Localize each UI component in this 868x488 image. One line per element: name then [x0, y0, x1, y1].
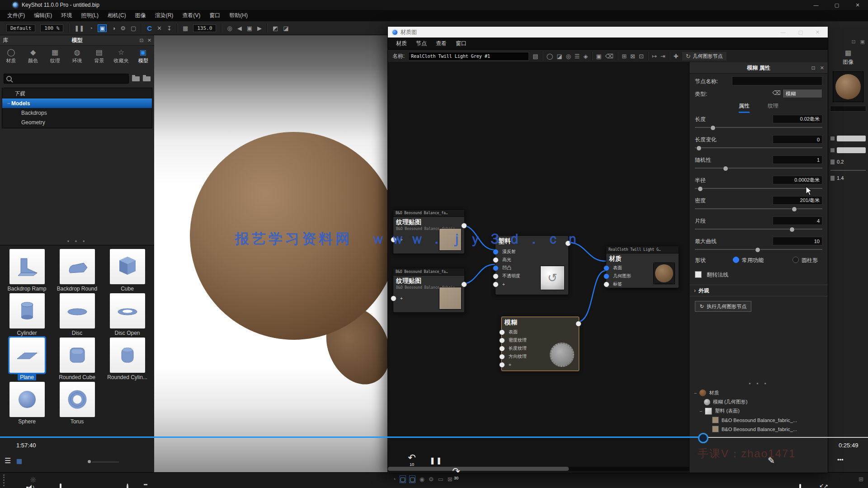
slider-track[interactable] [695, 249, 822, 250]
slider-handle[interactable] [710, 125, 716, 131]
tree-item-material[interactable]: − 材质 [694, 389, 825, 397]
playlist-menu-button[interactable]: ☰ [5, 456, 11, 465]
checkbox-icon[interactable] [695, 271, 702, 278]
region-icon[interactable]: ◔ [89, 25, 93, 32]
render-queue-icon[interactable]: ◩ [273, 25, 278, 32]
target-icon[interactable]: ◎ [566, 53, 571, 60]
texture-map-node-1[interactable]: B&O Beosound Balance_fa… 纹理贴图 B&O Beosou… [393, 209, 465, 254]
clock-icon[interactable]: ◔ [392, 476, 396, 483]
model-plane[interactable]: Plane [2, 338, 52, 380]
diffuse-port[interactable] [493, 249, 499, 255]
zoom-select[interactable]: 100 % [40, 24, 63, 32]
output-port[interactable] [565, 240, 571, 246]
dock-icon[interactable]: ▣ [860, 39, 865, 45]
flip-normals-row[interactable]: 翻转法线 [695, 271, 822, 281]
label-port[interactable] [604, 282, 609, 287]
slider-track[interactable] [695, 168, 822, 169]
tab-texture[interactable]: 纹理 [768, 102, 778, 113]
close-icon[interactable]: ✕ [816, 29, 820, 35]
shape-option-cylinder[interactable]: 圆柱形 [793, 257, 818, 264]
length-texture-port[interactable] [499, 346, 505, 352]
slider-handle[interactable] [723, 166, 728, 171]
annotate-button[interactable]: ✎ [768, 455, 775, 466]
folder-icon[interactable] [143, 76, 151, 81]
tab-properties[interactable]: 属性 [739, 102, 750, 113]
maximize-button[interactable]: ▢ [826, 2, 847, 8]
graph-menu-view[interactable]: 查看 [431, 40, 451, 47]
tab-environments[interactable]: ◍ 环境 [66, 47, 88, 72]
shape-option-common[interactable]: 常用功能 [733, 257, 764, 264]
render-settings-icon[interactable]: ◪ [283, 25, 288, 32]
menu-environment[interactable]: 环境 [57, 12, 76, 19]
value-row[interactable]: 1.4 [830, 175, 844, 181]
subtitle-chat-button[interactable] [60, 483, 61, 488]
output-port[interactable] [461, 282, 467, 287]
ungroup-icon[interactable]: ⊡ [639, 53, 644, 60]
geometry-node-button[interactable]: ↻ 几何图形节点 [682, 52, 726, 61]
tab-backplates[interactable]: ▤ 背景 [88, 47, 110, 72]
swatch-row[interactable] [830, 146, 866, 154]
expander-icon[interactable]: − [699, 408, 702, 414]
view-icon[interactable]: ▣ [247, 25, 252, 32]
panel-splitter[interactable]: ● ● ● [689, 381, 828, 385]
param-value[interactable]: 0.02毫米 [773, 115, 822, 123]
close-button[interactable]: ✕ [847, 2, 868, 8]
delete-node-icon[interactable]: ⌫ [773, 89, 781, 96]
gear-icon[interactable]: ⚙ [429, 476, 434, 483]
popout-icon[interactable]: ⊡ [851, 39, 855, 45]
record-icon[interactable]: ◉ [419, 476, 424, 483]
preview-toggle-icon[interactable]: ▢ [400, 476, 406, 483]
swatch-row[interactable] [830, 135, 866, 142]
model-torus[interactable]: Torus [52, 382, 102, 425]
tree-item-plastic[interactable]: − 塑料 (表面) [694, 407, 825, 415]
viewport[interactable] [154, 35, 387, 472]
output-port[interactable] [461, 223, 467, 229]
contrast-icon[interactable]: ◑ [112, 25, 115, 32]
graph-menu-window[interactable]: 窗口 [451, 40, 471, 47]
thumbnail-toggle-icon[interactable]: ▢ [410, 476, 415, 483]
slider-handle[interactable] [698, 186, 703, 192]
fit-view-icon[interactable]: ✚ [674, 53, 679, 60]
slider-track[interactable] [695, 147, 822, 148]
texture-node-icon[interactable]: ◪ [557, 53, 562, 60]
menu-render[interactable]: 渲染(R) [151, 12, 178, 19]
refresh-icon[interactable]: C [147, 24, 152, 32]
drag-grip[interactable] [3, 474, 5, 486]
param-value[interactable]: 4 [773, 216, 822, 225]
input-port[interactable] [391, 237, 396, 243]
tree-item-models[interactable]: − Models [2, 99, 152, 108]
close-icon[interactable]: ✕ [147, 38, 151, 43]
maximize-icon[interactable]: ▢ [798, 29, 802, 35]
tree-item-download[interactable]: 下载 [2, 89, 152, 99]
add-folder-icon[interactable] [132, 76, 140, 81]
menu-help[interactable]: 帮助(H) [225, 12, 252, 19]
tree-item-fuzz[interactable]: 模糊 (几何图形) [694, 398, 825, 406]
pause-icon[interactable]: ❚❚ [74, 25, 84, 32]
menu-camera[interactable]: 相机(C) [103, 12, 131, 19]
geometry-port[interactable] [604, 273, 609, 279]
slider-handle[interactable] [755, 247, 760, 253]
density-texture-port[interactable] [499, 338, 505, 343]
execute-geometry-node-button[interactable]: ↻ 执行几何图形节点 [695, 301, 751, 312]
direction-texture-port[interactable] [499, 354, 505, 360]
skip-forward-button[interactable]: ↷ 30 [450, 467, 462, 480]
prev-view-icon[interactable]: ◀ [237, 25, 242, 32]
menu-window[interactable]: 窗口 [205, 12, 225, 19]
input-port[interactable] [391, 296, 396, 301]
material-mode-icon[interactable]: ▣ [98, 24, 107, 32]
material-root-node[interactable]: RealCloth Twill Light G… 材质 表面 几何图形 标签 [606, 246, 679, 288]
material-name-field[interactable]: RealCloth Twill Light Grey #1 [408, 52, 529, 61]
graph-menu-node[interactable]: 节点 [411, 40, 431, 47]
texture-map-node-2[interactable]: B&O Beosound Balance_fa… 纹理贴图 B&O Beosou… [393, 268, 465, 313]
model-disc[interactable]: Disc [52, 293, 102, 336]
menu-file[interactable]: 文件(F) [3, 12, 29, 19]
search-input[interactable] [4, 74, 129, 84]
menu-edit[interactable]: 编辑(E) [29, 12, 57, 19]
tab-colors[interactable]: ◆ 颜色 [22, 47, 44, 72]
appearance-section[interactable]: › 外观 [689, 285, 828, 296]
model-rounded-cylinder[interactable]: Rounded Cylin... [102, 338, 152, 380]
menu-image[interactable]: 图像 [131, 12, 151, 19]
skip-back-button[interactable]: ↶ 10 [406, 453, 418, 467]
settings-icon[interactable]: ⚙ [120, 25, 126, 32]
param-value[interactable]: 201/毫米 [773, 196, 822, 205]
